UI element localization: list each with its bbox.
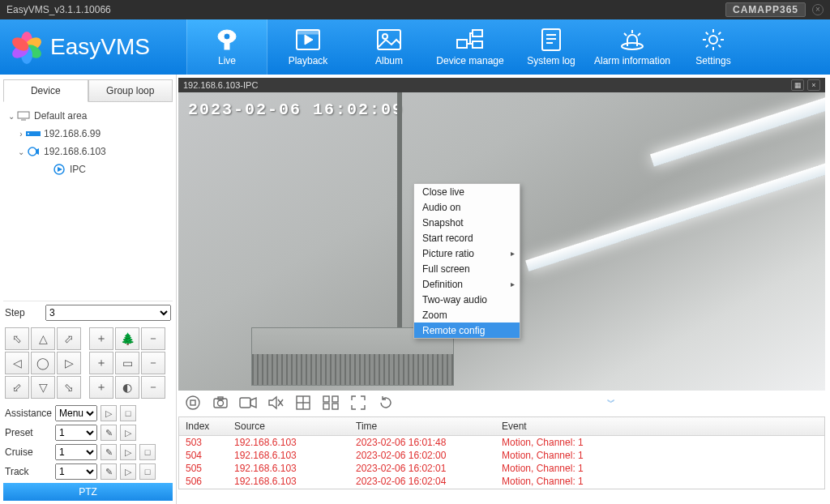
cell-source: 192.168.6.103: [228, 436, 349, 449]
mute-icon[interactable]: [266, 394, 285, 412]
window-close-icon[interactable]: ×: [812, 4, 824, 15]
stop-all-icon[interactable]: [183, 394, 203, 412]
play-small-icon[interactable]: ▷: [120, 425, 136, 441]
col-source: Source: [228, 417, 349, 435]
menu-definition[interactable]: Definition: [414, 276, 520, 292]
tree-leaf-ipc[interactable]: IPC: [3, 160, 173, 178]
tree-node-1[interactable]: ⌄ 192.168.6.103: [3, 143, 173, 160]
toolbar-playback[interactable]: Playback: [267, 19, 349, 75]
event-body[interactable]: 503 192.168.6.103 2023-02-06 16:01:48 Mo…: [179, 436, 824, 489]
zoom-in-button[interactable]: ＋: [89, 327, 113, 350]
toolbar-alarm-info[interactable]: Alarm information: [592, 19, 673, 75]
svg-point-1: [224, 33, 230, 40]
assist-select[interactable]: 1: [55, 425, 97, 441]
tree-root[interactable]: ⌄ Default area: [3, 107, 173, 125]
cell-source: 192.168.6.103: [228, 475, 349, 488]
video-header-label: 192.168.6.103-IPC: [183, 80, 258, 90]
iris-close-button[interactable]: －: [141, 376, 165, 399]
step-select[interactable]: 3: [45, 305, 171, 321]
video-timestamp: 2023-02-06 16:02:09: [188, 100, 404, 119]
menu-full-screen[interactable]: Full screen: [414, 261, 520, 276]
stop-small-icon[interactable]: □: [120, 405, 136, 421]
layout-1-icon[interactable]: [293, 394, 313, 412]
step-row: Step 3: [3, 301, 173, 324]
video-grid-icon[interactable]: ▦: [791, 79, 804, 91]
cell-time: 2023-02-06 16:02:04: [349, 475, 495, 488]
toolbar-device-manage[interactable]: Device manage: [430, 19, 511, 75]
menu-snapshot[interactable]: Snapshot: [414, 215, 520, 230]
menu-close-live[interactable]: Close live: [414, 184, 520, 199]
toolbar-live[interactable]: Live: [186, 19, 267, 75]
menu-audio-on[interactable]: Audio on: [414, 199, 520, 215]
stop-small-icon[interactable]: □: [139, 463, 156, 480]
tab-device[interactable]: Device: [3, 79, 88, 102]
menu-start-record[interactable]: Start record: [414, 230, 520, 246]
focus-far-button[interactable]: 🌲: [115, 327, 139, 350]
record-icon[interactable]: [238, 394, 258, 412]
ptz-expand-bar[interactable]: PTZ: [3, 483, 173, 501]
menu-zoom[interactable]: Zoom: [414, 307, 520, 322]
stop-small-icon[interactable]: □: [139, 444, 156, 460]
system-log-icon: [537, 28, 565, 52]
assist-select[interactable]: 1: [55, 444, 97, 460]
edit-small-icon[interactable]: ✎: [101, 463, 117, 480]
focus-in-button[interactable]: ＋: [89, 352, 113, 374]
play-small-icon[interactable]: ▷: [120, 444, 136, 460]
aux-button[interactable]: ◐: [115, 376, 139, 399]
menu-picture-ratio[interactable]: Picture ratio: [414, 246, 520, 261]
replay-icon[interactable]: [376, 394, 396, 412]
play-small-icon[interactable]: ▷: [101, 405, 117, 421]
svg-rect-40: [240, 398, 250, 408]
tree-node-0[interactable]: › 192.168.6.99: [3, 125, 173, 143]
svg-point-19: [709, 36, 717, 44]
ptz-home-button[interactable]: ◯: [31, 352, 55, 374]
edit-small-icon[interactable]: ✎: [101, 444, 117, 460]
svg-line-25: [706, 32, 708, 35]
menu-two-way-audio[interactable]: Two-way audio: [414, 292, 520, 307]
event-row[interactable]: 504 192.168.6.103 2023-02-06 16:02:00 Mo…: [179, 449, 824, 462]
event-row[interactable]: 505 192.168.6.103 2023-02-06 16:02:01 Mo…: [179, 462, 824, 475]
layout-2-icon[interactable]: [321, 394, 340, 412]
ptz-down-button[interactable]: ▽: [31, 376, 55, 399]
assist-select[interactable]: Menu: [55, 405, 97, 421]
zoom-out-button[interactable]: －: [141, 327, 165, 350]
focus-out-button[interactable]: －: [141, 352, 165, 374]
menu-remote-config[interactable]: Remote config: [414, 322, 520, 338]
cell-source: 192.168.6.103: [228, 462, 349, 475]
iris-open-button[interactable]: ＋: [89, 376, 113, 399]
ptz-down-right-button[interactable]: ⬂: [57, 376, 81, 399]
ptz-up-button[interactable]: △: [31, 327, 55, 350]
svg-rect-28: [18, 112, 29, 118]
ptz-up-left-button[interactable]: ⬁: [5, 327, 29, 350]
monitor-icon: [16, 110, 31, 122]
toolbar-album[interactable]: Album: [349, 19, 430, 75]
cell-index: 505: [179, 462, 228, 475]
toolbar-settings[interactable]: Settings: [673, 19, 754, 75]
ptz-up-right-button[interactable]: ⬀: [57, 327, 81, 350]
step-label: Step: [5, 307, 45, 318]
ptz-left-button[interactable]: ◁: [5, 352, 29, 374]
flower-icon: [10, 30, 44, 64]
iris-button[interactable]: ▭: [115, 352, 139, 374]
ptz-right-button[interactable]: ▷: [57, 352, 81, 374]
svg-marker-4: [305, 35, 313, 45]
video-close-icon[interactable]: ×: [807, 79, 820, 91]
video-decor: [650, 92, 825, 167]
toolbar-system-log[interactable]: System log: [511, 19, 592, 75]
play-small-icon[interactable]: ▷: [120, 463, 136, 480]
event-row[interactable]: 503 192.168.6.103 2023-02-06 16:01:48 Mo…: [179, 436, 824, 449]
fullscreen-icon[interactable]: [349, 394, 368, 412]
event-row[interactable]: 506 192.168.6.103 2023-02-06 16:02:04 Mo…: [179, 475, 824, 488]
ptz-down-left-button[interactable]: ⬃: [5, 376, 29, 399]
svg-point-31: [28, 133, 29, 135]
tab-group-loop[interactable]: Group loop: [88, 79, 173, 102]
assist-label: Assistance: [5, 408, 52, 419]
video-area[interactable]: 2023-02-06 16:02:09 Close liveAudio onSn…: [178, 92, 825, 391]
snapshot-icon[interactable]: [211, 394, 230, 412]
collapse-toggle-icon[interactable]: ︾: [404, 397, 820, 408]
watermark-badge: CAMAPP365: [725, 2, 806, 17]
edit-small-icon[interactable]: ✎: [101, 425, 117, 441]
device-manage-icon: [456, 28, 484, 52]
main-toolbar: EasyVMS LivePlaybackAlbumDevice manageSy…: [0, 19, 830, 75]
assist-select[interactable]: 1: [55, 463, 97, 480]
